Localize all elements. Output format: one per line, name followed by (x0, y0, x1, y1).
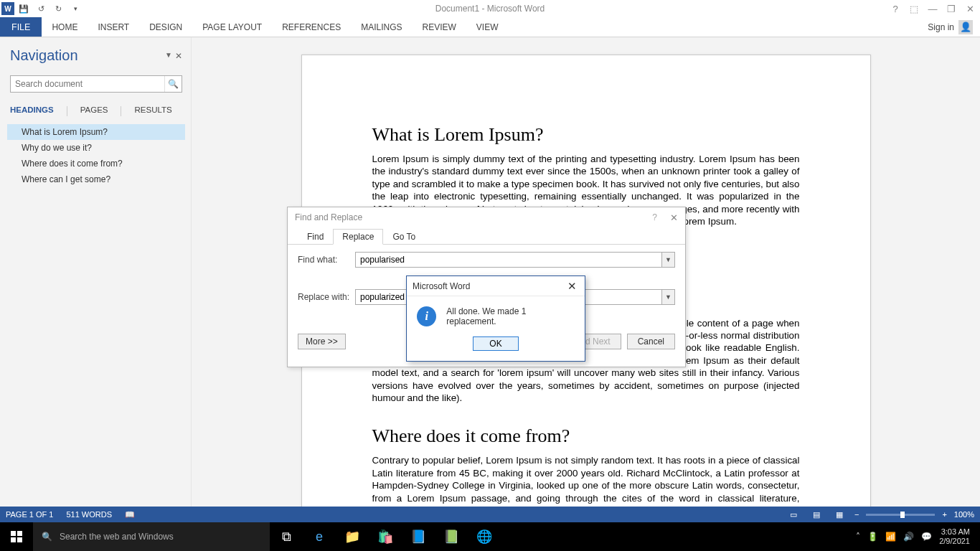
search-icon[interactable]: 🔍 (164, 76, 182, 92)
find-what-dropdown-icon[interactable]: ▼ (662, 252, 675, 268)
taskbar: 🔍 Search the web and Windows ⧉ e 📁 🛍️ 📘 … (0, 522, 980, 551)
windows-logo-icon (11, 531, 22, 542)
nav-heading-item[interactable]: Where can I get some? (7, 171, 185, 187)
taskbar-store-icon[interactable]: 🛍️ (369, 522, 402, 551)
tray-battery-icon[interactable]: 🔋 (867, 532, 878, 542)
window-close-icon[interactable]: ✕ (963, 4, 977, 14)
doc-heading-1[interactable]: What is Lorem Ipsum? (372, 124, 800, 146)
dialog-help-icon[interactable]: ? (652, 212, 657, 222)
taskbar-explorer-icon[interactable]: 📁 (336, 522, 369, 551)
start-button[interactable] (0, 522, 33, 551)
status-page[interactable]: PAGE 1 OF 1 (6, 510, 53, 519)
svg-rect-2 (11, 537, 16, 542)
window-minimize-icon[interactable]: — (925, 4, 940, 14)
tab-references[interactable]: REFERENCES (272, 17, 351, 37)
tab-insert[interactable]: INSERT (88, 17, 139, 37)
sign-in-link[interactable]: Sign in (928, 22, 954, 32)
document-title: Document1 - Microsoft Word (435, 4, 545, 14)
navigation-pane: Navigation ▼ ✕ 🔍 HEADINGS PAGES RESULTS … (0, 37, 192, 507)
nav-heading-item[interactable]: What is Lorem Ipsum? (7, 124, 185, 140)
qat-save-icon[interactable]: 💾 (16, 1, 32, 17)
info-icon: i (417, 306, 436, 326)
svg-rect-3 (17, 537, 22, 542)
taskbar-word-icon[interactable]: 📘 (402, 522, 435, 551)
tab-design[interactable]: DESIGN (139, 17, 192, 37)
tab-page-layout[interactable]: PAGE LAYOUT (192, 17, 272, 37)
qat-redo-icon[interactable]: ↻ (50, 1, 66, 17)
fr-tab-goto[interactable]: Go To (383, 229, 425, 245)
taskbar-edge-icon[interactable]: e (303, 522, 336, 551)
msgbox-title: Microsoft Word (413, 281, 565, 291)
navigation-title: Navigation (10, 47, 78, 64)
nav-heading-item[interactable]: Why do we use it? (7, 140, 185, 156)
nav-tab-pages[interactable]: PAGES (80, 105, 108, 117)
find-what-input[interactable] (355, 252, 662, 268)
dialog-close-icon[interactable]: ✕ (670, 212, 678, 223)
tab-review[interactable]: REVIEW (413, 17, 466, 37)
taskbar-chrome-icon[interactable]: 🌐 (468, 522, 501, 551)
tab-view[interactable]: VIEW (466, 17, 509, 37)
view-read-mode-icon[interactable]: ▭ (786, 509, 801, 520)
taskbar-search[interactable]: 🔍 Search the web and Windows (33, 522, 270, 551)
status-proofing-icon[interactable]: 📖 (125, 510, 135, 519)
nav-tab-headings[interactable]: HEADINGS (10, 105, 54, 117)
nav-search-input[interactable] (11, 76, 164, 92)
fr-tab-replace[interactable]: Replace (333, 229, 383, 245)
nav-close-icon[interactable]: ✕ (175, 51, 182, 61)
tray-up-icon[interactable]: ˄ (856, 532, 860, 542)
more-options-button[interactable]: More >> (298, 334, 346, 349)
taskbar-excel-icon[interactable]: 📗 (435, 522, 468, 551)
replace-with-label: Replace with: (298, 292, 355, 302)
window-restore-icon[interactable]: ❐ (944, 4, 958, 14)
replace-with-dropdown-icon[interactable]: ▼ (662, 289, 675, 305)
dialog-title: Find and Replace (295, 212, 362, 222)
ok-button[interactable]: OK (473, 336, 518, 351)
svg-rect-1 (17, 531, 22, 536)
fr-tab-find[interactable]: Find (298, 229, 333, 245)
view-print-layout-icon[interactable]: ▤ (809, 509, 824, 520)
nav-options-icon[interactable]: ▼ (165, 51, 172, 61)
qat-undo-icon[interactable]: ↺ (33, 1, 49, 17)
qat-customize-icon[interactable]: ▾ (67, 1, 83, 17)
ribbon-help-icon[interactable]: ? (888, 4, 903, 14)
search-icon: 🔍 (42, 532, 52, 542)
ribbon: FILE HOME INSERT DESIGN PAGE LAYOUT REFE… (0, 17, 980, 37)
svg-rect-0 (11, 531, 16, 536)
tray-action-center-icon[interactable]: 💬 (921, 532, 932, 542)
tab-file[interactable]: FILE (0, 17, 42, 37)
zoom-out-icon[interactable]: − (854, 510, 859, 519)
tray-clock[interactable]: 3:03 AM 2/9/2021 (939, 527, 974, 546)
view-web-layout-icon[interactable]: ▦ (831, 509, 847, 520)
zoom-slider[interactable] (866, 514, 935, 516)
tray-volume-icon[interactable]: 🔊 (903, 532, 914, 542)
doc-heading-3[interactable]: Where does it come from? (372, 425, 800, 447)
word-app-icon: W (1, 2, 14, 15)
msgbox-text: All done. We made 1 replacement. (446, 306, 575, 326)
status-bar: PAGE 1 OF 1 511 WORDS 📖 ▭ ▤ ▦ − + 100% (0, 507, 980, 522)
cancel-button[interactable]: Cancel (627, 334, 675, 349)
ribbon-display-options-icon[interactable]: ⬚ (907, 4, 921, 14)
message-box: Microsoft Word ✕ i All done. We made 1 r… (406, 276, 585, 362)
task-view-icon[interactable]: ⧉ (270, 522, 303, 551)
tab-mailings[interactable]: MAILINGS (351, 17, 412, 37)
nav-heading-item[interactable]: Where does it come from? (7, 156, 185, 171)
nav-tab-results[interactable]: RESULTS (134, 105, 171, 117)
tray-network-icon[interactable]: 📶 (885, 532, 896, 542)
user-avatar-icon[interactable]: 👤 (958, 20, 973, 34)
find-what-label: Find what: (298, 255, 355, 265)
tab-home[interactable]: HOME (42, 17, 88, 37)
nav-search[interactable]: 🔍 (10, 75, 182, 93)
zoom-level[interactable]: 100% (954, 510, 974, 519)
msgbox-close-icon[interactable]: ✕ (565, 280, 579, 293)
title-bar: W 💾 ↺ ↻ ▾ Document1 - Microsoft Word ? ⬚… (0, 0, 980, 17)
zoom-in-icon[interactable]: + (942, 510, 946, 519)
taskbar-search-placeholder: Search the web and Windows (60, 532, 174, 542)
status-word-count[interactable]: 511 WORDS (66, 510, 112, 519)
doc-paragraph[interactable]: Contrary to popular belief, Lorem Ipsum … (372, 454, 800, 507)
